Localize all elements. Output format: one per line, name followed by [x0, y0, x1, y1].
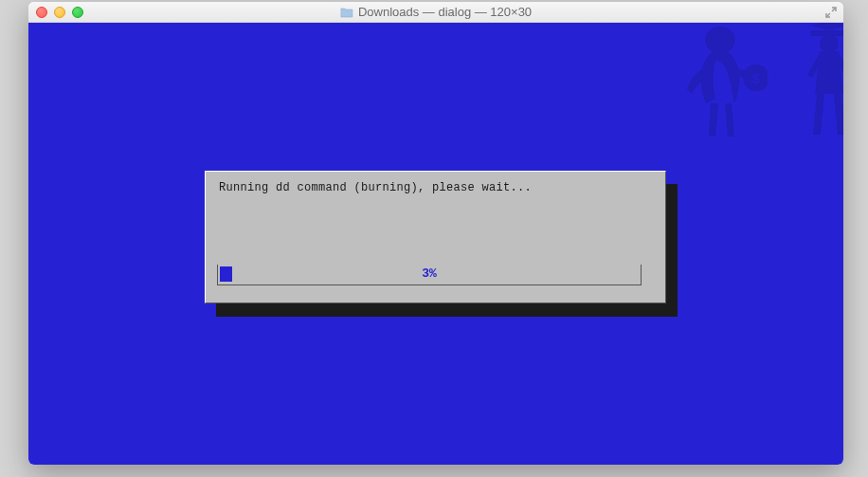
- progress-bar-fill: [220, 266, 232, 282]
- maximize-button[interactable]: [72, 7, 83, 18]
- progress-container: 3%: [217, 265, 642, 285]
- minimize-button[interactable]: [54, 7, 65, 18]
- window-title: Downloads — dialog — 120×30: [340, 5, 532, 19]
- background-silhouette-graduate: [787, 23, 843, 146]
- titlebar[interactable]: Downloads — dialog — 120×30: [28, 2, 843, 23]
- window-title-text: Downloads — dialog — 120×30: [358, 5, 532, 19]
- fullscreen-icon[interactable]: [824, 6, 838, 19]
- progress-percent-label: 3%: [418, 266, 441, 281]
- folder-icon: [340, 7, 353, 18]
- dialog-box: Running dd command (burning), please wai…: [205, 171, 666, 303]
- terminal-body[interactable]: $: [28, 23, 843, 465]
- dialog-message: Running dd command (burning), please wai…: [219, 181, 652, 194]
- close-button[interactable]: [36, 7, 47, 18]
- svg-point-3: [820, 34, 839, 53]
- background-silhouette-robber: $: [673, 23, 768, 156]
- traffic-lights: [36, 7, 83, 18]
- progress-track: 3%: [217, 265, 642, 285]
- terminal-window: Downloads — dialog — 120×30 $: [28, 2, 843, 465]
- svg-text:$: $: [752, 72, 760, 87]
